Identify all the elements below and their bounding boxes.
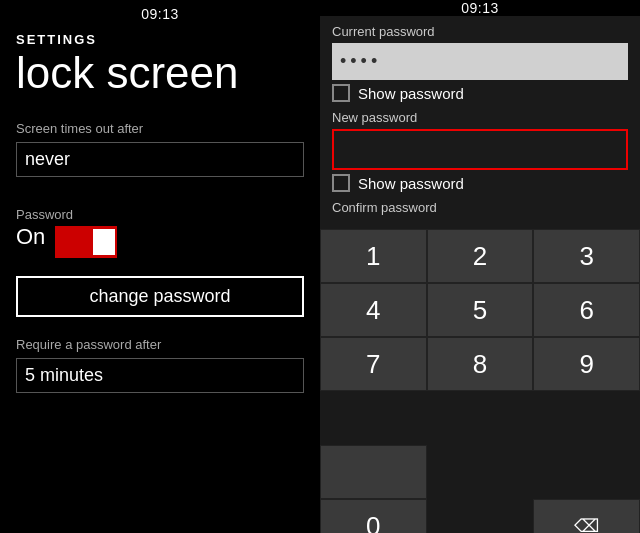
numpad: 1 2 3 4 5 6 7 8 9 0 ⌫ done cancel [320, 229, 640, 533]
empty-key-left [320, 445, 427, 499]
show-password-label-2: Show password [358, 175, 464, 192]
new-password-label: New password [332, 110, 628, 125]
password-section: Password On [16, 207, 304, 276]
left-status-bar: 09:13 [16, 0, 304, 28]
right-time: 09:13 [461, 0, 499, 16]
screen-timeout-input[interactable] [16, 142, 304, 177]
new-password-input[interactable] [332, 129, 628, 170]
key-4[interactable]: 4 [320, 283, 427, 337]
numpad-grid: 1 2 3 4 5 6 7 8 9 [320, 229, 640, 445]
password-toggle[interactable] [55, 226, 117, 258]
confirm-password-label: Confirm password [332, 200, 628, 215]
toggle-thumb [93, 229, 115, 255]
show-password-checkbox-1[interactable] [332, 84, 350, 102]
key-1[interactable]: 1 [320, 229, 427, 283]
key-2[interactable]: 2 [427, 229, 534, 283]
key-3[interactable]: 3 [533, 229, 640, 283]
key-9[interactable]: 9 [533, 337, 640, 391]
show-password-row-2: Show password [332, 174, 628, 192]
key-7[interactable]: 7 [320, 337, 427, 391]
show-password-row-1: Show password [332, 84, 628, 102]
key-5[interactable]: 5 [427, 283, 534, 337]
password-status: On [16, 224, 45, 250]
change-password-button[interactable]: change password [16, 276, 304, 317]
settings-label: SETTINGS [16, 32, 304, 47]
password-form: Current password Show password New passw… [320, 16, 640, 229]
left-panel: 09:13 SETTINGS lock screen Screen times … [0, 0, 320, 533]
key-8[interactable]: 8 [427, 337, 534, 391]
toggle-row: On [16, 224, 304, 260]
current-password-input[interactable] [332, 43, 628, 80]
key-0[interactable]: 0 [320, 499, 427, 533]
left-time: 09:13 [141, 6, 179, 22]
right-panel: 09:13 Current password Show password New… [320, 0, 640, 533]
require-label: Require a password after [16, 337, 304, 352]
zero-row: 0 ⌫ [320, 445, 640, 533]
key-6[interactable]: 6 [533, 283, 640, 337]
current-password-label: Current password [332, 24, 628, 39]
show-password-checkbox-2[interactable] [332, 174, 350, 192]
require-input[interactable] [16, 358, 304, 393]
show-password-label-1: Show password [358, 85, 464, 102]
password-label: Password [16, 207, 304, 222]
right-status-bar: 09:13 [320, 0, 640, 16]
backspace-icon: ⌫ [574, 515, 599, 533]
page-title: lock screen [16, 49, 304, 97]
screen-timeout-label: Screen times out after [16, 121, 304, 136]
backspace-key[interactable]: ⌫ [533, 499, 640, 533]
